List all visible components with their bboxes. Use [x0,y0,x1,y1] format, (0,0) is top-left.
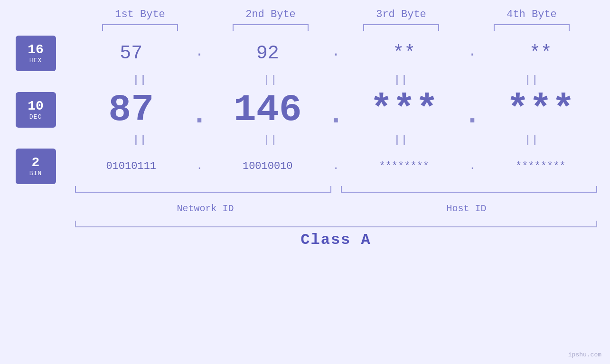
eq2-s3: || [394,134,408,146]
byte4-header: 4th Byte [467,9,597,24]
top-bracket-row [75,24,597,31]
hex-b4-cell: ** [482,43,600,64]
dec-b1-cell: 87 [73,88,190,131]
bin-dot1: . [190,160,209,172]
dec-values: 87 . 146 . *** . *** [73,88,600,131]
dec-dot2: . [327,89,346,131]
dec-b2-cell: 146 [209,88,327,131]
eq2-s1: || [133,134,147,146]
bracket-cell-4 [467,24,597,31]
bin-b2: 10010010 [243,160,293,172]
hex-badge: 16 HEX [16,36,56,71]
bracket-cell-1 [75,24,206,31]
eq2-c4: || [467,134,597,146]
main-container: 1st Byte 2nd Byte 3rd Byte 4th Byte 16 H… [0,0,610,364]
hex-num: 16 [28,43,44,57]
dec-b2: 146 [234,88,302,131]
bracket-cell-2 [206,24,336,31]
dec-num: 10 [28,99,44,114]
dec-section: 10 DEC 87 . 146 . *** . *** [11,88,600,131]
bin-b2-cell: 10010010 [209,160,327,172]
class-label: Class A [300,231,371,249]
bin-b3: ******** [379,160,429,172]
hex-b1-cell: 57 [73,43,190,64]
dec-badge-col: 10 DEC [11,88,73,131]
bin-b1-cell: 01010111 [73,160,190,172]
bracket-top-2 [233,24,309,31]
dec-b3: *** [370,88,438,131]
bin-num: 2 [32,156,40,170]
bracket-top-4 [494,24,570,31]
eq2-c3: || [336,134,467,146]
eq2-c1: || [75,134,206,146]
hex-b2: 92 [256,43,279,64]
eq1-s2: || [263,74,278,86]
eq1-c2: || [206,74,336,86]
hex-badge-col: 16 HEX [11,36,73,71]
equals-row-2: || || || || [75,131,597,149]
class-row: Class A [75,227,597,249]
hex-b4: ** [529,43,552,64]
bin-b1: 01010111 [106,160,156,172]
bin-badge: 2 BIN [16,149,56,184]
eq1-c3: || [336,74,467,86]
byte3-header: 3rd Byte [336,9,467,24]
dec-b4-cell: *** [482,88,600,131]
full-bracket-row [75,221,597,227]
network-id-label: Network ID [75,201,336,214]
hex-dot1: . [190,44,209,64]
bottom-labels: Network ID Host ID [75,201,597,214]
bin-dot2: . [327,160,346,172]
bin-b4: ******** [516,160,566,172]
bin-dot3: . [463,160,482,172]
network-bracket [75,186,331,193]
dec-dot1: . [190,89,209,131]
eq1-s4: || [525,74,539,86]
hex-b3: ** [393,43,415,64]
host-bracket [341,186,597,193]
dec-badge: 10 DEC [16,92,56,128]
eq2-s2: || [263,134,278,146]
bin-badge-col: 2 BIN [11,149,73,184]
hex-section: 16 HEX 57 . 92 . ** . ** [11,36,600,71]
bracket-cell-3 [336,24,467,31]
hex-label: HEX [29,57,42,64]
byte1-header: 1st Byte [75,9,206,24]
equals-row-1: || || || || [75,71,597,88]
eq1-c4: || [467,74,597,86]
hex-b1: 57 [120,43,142,64]
bottom-bracket-container [75,186,597,200]
watermark: ipshu.com [568,351,601,358]
dec-b4: *** [507,88,575,131]
byte2-header: 2nd Byte [206,9,336,24]
eq1-s3: || [394,74,408,86]
hex-dot3: . [463,44,482,64]
dec-b3-cell: *** [346,88,463,131]
full-bracket [75,221,597,227]
hex-values: 57 . 92 . ** . ** [73,36,600,71]
bin-b4-cell: ******** [482,160,600,172]
dec-b1: 87 [108,88,154,131]
hex-b2-cell: 92 [209,43,327,64]
bracket-top-3 [363,24,439,31]
eq1-c1: || [75,74,206,86]
byte-headers: 1st Byte 2nd Byte 3rd Byte 4th Byte [75,9,597,24]
eq2-s4: || [525,134,539,146]
bin-label: BIN [29,170,42,177]
bin-b3-cell: ******** [346,160,463,172]
bin-values: 01010111 . 10010010 . ******** . *******… [73,149,600,184]
host-id-label: Host ID [336,201,597,214]
bin-section: 2 BIN 01010111 . 10010010 . ******** . *… [11,149,600,184]
dec-dot3: . [463,89,482,131]
bracket-top-1 [102,24,178,31]
dec-label: DEC [29,113,42,121]
hex-dot2: . [327,44,346,64]
hex-b3-cell: ** [346,43,463,64]
eq2-c2: || [206,134,336,146]
eq1-s1: || [133,74,147,86]
